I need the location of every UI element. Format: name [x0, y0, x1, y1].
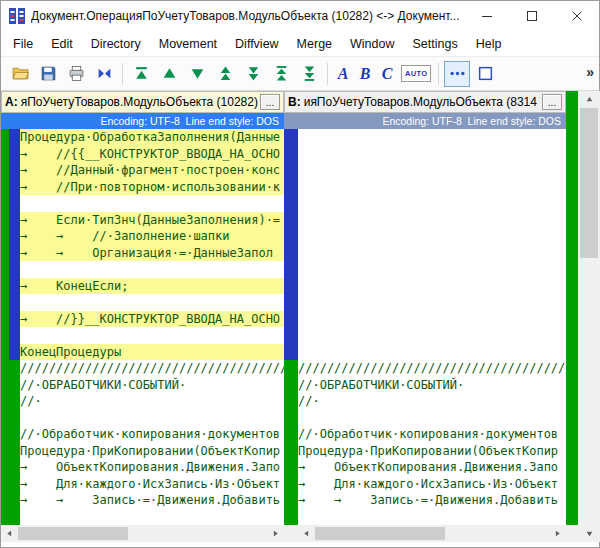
code-line: → Если·ТипЗнч(ДанныеЗаполнения)·=	[20, 212, 284, 229]
filler-line	[298, 146, 566, 163]
file-header-a: A: яПоУчетуТоваров.МодульОбъекта (10282)…	[1, 91, 284, 113]
menu-item-movement[interactable]: Movement	[150, 33, 226, 55]
goto-next-delta-button[interactable]	[184, 61, 210, 87]
scroll-left-arrow[interactable]	[1, 525, 18, 542]
menu-item-window[interactable]: Window	[341, 33, 403, 55]
menu-item-settings[interactable]: Settings	[404, 33, 467, 55]
code-line: → ОбъектКопирования.Движения.Запо	[20, 459, 284, 476]
select-line-b-button[interactable]: B	[355, 61, 375, 87]
code-line	[20, 294, 284, 311]
scroll-down-arrow[interactable]	[578, 525, 600, 542]
show-whitespace-button[interactable]	[444, 61, 470, 87]
code-line: //·ОБРАБОТЧИКИ·СОБЫТИЙ·	[298, 377, 566, 394]
scrollbar-gap	[284, 525, 298, 542]
code-line: Процедура·ПриКопировании(ОбъектКопир	[298, 443, 566, 460]
code-line: → → Запись·=·Движения.Добавить	[298, 492, 566, 509]
code-line: → → Запись·=·Движения.Добавить	[20, 492, 284, 509]
scroll-right-arrow[interactable]	[267, 525, 284, 542]
goto-prev-delta-button[interactable]	[156, 61, 182, 87]
save-button[interactable]	[35, 61, 61, 87]
menu-item-edit[interactable]: Edit	[42, 33, 82, 55]
encoding-bar-a: Encoding: UTF-8 Line end style: DOS	[1, 113, 284, 129]
code-line	[20, 410, 284, 427]
toolbar-overflow-button[interactable]: »	[586, 64, 594, 80]
goto-first-delta-button[interactable]	[128, 61, 154, 87]
browse-b-button[interactable]: ...	[542, 94, 562, 110]
code-line: → Для·каждого·ИсхЗапись·Из·Объект	[20, 476, 284, 493]
toolbar-buttons: ABCAUTO	[6, 61, 499, 87]
filler-line	[298, 212, 566, 229]
file-header-b: B: ияПоУчетуТоваров.МодульОбъекта (8314 …	[284, 91, 566, 113]
scroll-left-arrow[interactable]	[298, 525, 315, 542]
code-line: → ОбъектКопирования.Движения.Запо	[298, 459, 566, 476]
browse-a-button[interactable]: ...	[260, 94, 280, 110]
split-view-button[interactable]	[472, 61, 498, 87]
pane-b-label: B:	[288, 95, 301, 109]
vertical-scrollbar-thumb[interactable]	[580, 108, 598, 258]
goto-next-conflict-button[interactable]	[240, 61, 266, 87]
code-line: //·	[298, 393, 566, 410]
code-line: → → Организация·=·ДанныеЗапол	[20, 245, 284, 262]
code-line: Процедура·ПриКопировании(ОбъектКопир	[20, 443, 284, 460]
menu-item-merge[interactable]: Merge	[288, 33, 341, 55]
horizontal-scrollbar-b-thumb[interactable]	[315, 527, 445, 540]
title-bar: Документ.ОперацияПоУчетуТоваров.МодульОб…	[1, 1, 599, 31]
code-line	[20, 195, 284, 212]
diff-summary-column-a	[9, 129, 20, 525]
diff-summary-column-a-outer	[1, 129, 9, 525]
filler-line	[298, 327, 566, 344]
maximize-button[interactable]	[509, 1, 554, 31]
separator-3	[438, 63, 439, 85]
close-button[interactable]	[554, 1, 599, 31]
pane-b-filename: ияПоУчетуТоваров.МодульОбъекта (8314	[304, 95, 542, 109]
pane-a-label: A:	[5, 95, 18, 109]
code-line: → → //·Заполнение·шапки	[20, 228, 284, 245]
select-line-a-button[interactable]: A	[333, 61, 353, 87]
code-line	[20, 261, 284, 278]
app-icon	[9, 8, 25, 24]
horizontal-scrollbar-a-thumb[interactable]	[18, 527, 128, 540]
menu-item-help[interactable]: Help	[467, 33, 511, 55]
diff-text-pane-b[interactable]: ////////////////////////////////////////…	[298, 129, 566, 525]
code-line: //·Обработчик·копирования·документов	[298, 426, 566, 443]
filler-line	[298, 195, 566, 212]
horizontal-scrollbar-b[interactable]	[298, 525, 566, 542]
toolbar: ABCAUTO »	[1, 57, 599, 91]
encoding-bar-b: Encoding: UTF-8 Line end style: DOS	[284, 113, 566, 129]
filler-line	[298, 129, 566, 146]
code-line: КонецПроцедуры	[20, 344, 284, 361]
auto-advance-button[interactable]: AUTO	[401, 65, 431, 82]
menu-item-directory[interactable]: Directory	[82, 33, 150, 55]
diff-text-pane-a[interactable]: Процедура·ОбработкаЗаполнения(Данные→ //…	[20, 129, 284, 525]
menu-bar: FileEditDirectoryMovementDiffviewMergeWi…	[1, 31, 599, 57]
filler-line	[298, 311, 566, 328]
diff-summary-column-b	[284, 129, 298, 525]
diff-region-marker	[9, 129, 20, 360]
filler-line	[298, 278, 566, 295]
minimize-button[interactable]	[464, 1, 509, 31]
window-title: Документ.ОперацияПоУчетуТоваров.МодульОб…	[31, 9, 464, 23]
menu-item-file[interactable]: File	[4, 33, 42, 55]
separator-2	[327, 63, 328, 85]
code-line: → КонецЕсли;	[20, 278, 284, 295]
code-line: → //}}__КОНСТРУКТОР_ВВОДА_НА_ОСНО	[20, 311, 284, 328]
scroll-up-arrow[interactable]	[578, 91, 600, 108]
goto-prev-conflict-button[interactable]	[212, 61, 238, 87]
code-line: → Для·каждого·ИсхЗапись·Из·Объект	[298, 476, 566, 493]
print-button[interactable]	[63, 61, 89, 87]
open-file-button[interactable]	[7, 61, 33, 87]
filler-line	[298, 261, 566, 278]
goto-prev-unsolved-conflict-button[interactable]	[268, 61, 294, 87]
code-line	[20, 327, 284, 344]
code-line: //·Обработчик·копирования·документов	[20, 426, 284, 443]
scroll-right-arrow[interactable]	[549, 525, 566, 542]
horizontal-scrollbar-a[interactable]	[1, 525, 284, 542]
menu-item-diffview[interactable]: Diffview	[226, 33, 288, 55]
select-line-c-button[interactable]: C	[377, 61, 397, 87]
code-line: //·	[20, 393, 284, 410]
goto-current-delta-button[interactable]	[91, 61, 117, 87]
goto-next-unsolved-conflict-button[interactable]	[296, 61, 322, 87]
vertical-scrollbar[interactable]	[578, 91, 600, 542]
kdiff3-window: Документ.ОперацияПоУчетуТоваров.МодульОб…	[0, 0, 600, 548]
overview-column[interactable]	[566, 91, 578, 525]
